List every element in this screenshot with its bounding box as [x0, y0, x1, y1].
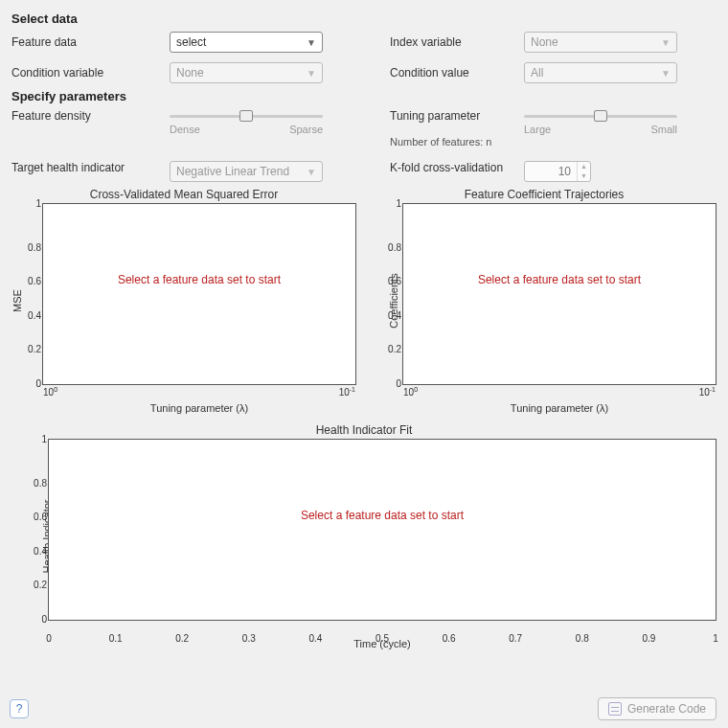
slider-feature-density[interactable] [170, 109, 323, 123]
y-ticks-coef: 00.20.40.60.81 [376, 204, 401, 384]
slider-thumb-icon[interactable] [239, 110, 253, 122]
x-ticks-mse: 100 10-1 [43, 386, 355, 398]
dropdown-condition-variable[interactable]: None ▼ [170, 62, 323, 83]
chart-coef: Feature Coefficient Trajectories Coeffic… [372, 188, 717, 414]
chevron-down-icon: ▼ [307, 68, 316, 79]
dropdown-target-health[interactable]: Negative Linear Trend ▼ [170, 161, 323, 182]
axis-x-label-mse: Tuning parameter (λ) [42, 402, 356, 414]
chevron-down-icon: ▼ [661, 37, 671, 48]
label-feature-data: Feature data [11, 35, 170, 49]
y-ticks-fit: 00.20.40.60.81 [22, 440, 47, 620]
label-feature-density: Feature density [11, 109, 170, 123]
chart-fit: Health Indicator Fit Health Indicator 00… [11, 423, 717, 649]
chart-mse: Cross-Validated Mean Squared Error MSE 0… [11, 188, 356, 414]
placeholder-coef: Select a feature data set to start [478, 273, 641, 286]
slider-tuning-parameter[interactable] [524, 109, 677, 123]
chevron-down-icon: ▼ [307, 37, 316, 48]
slider-label-dense: Dense [170, 124, 200, 135]
label-index-variable: Index variable [390, 35, 524, 49]
placeholder-fit: Select a feature data set to start [301, 509, 464, 522]
axis-x-label-coef: Tuning parameter (λ) [402, 402, 717, 414]
slider-label-small: Small [650, 124, 677, 135]
dropdown-feature-data-value: select [176, 35, 206, 49]
help-icon: ? [16, 702, 23, 716]
chevron-down-icon[interactable]: ▼ [578, 171, 590, 181]
label-num-features: Number of features: n [390, 136, 524, 148]
label-kfold: K-fold cross-validation [390, 161, 524, 174]
dropdown-condition-value[interactable]: All ▼ [524, 62, 677, 83]
chevron-down-icon: ▼ [307, 167, 316, 177]
x-ticks-coef: 100 10-1 [403, 386, 716, 398]
chart-coef-title: Feature Coefficient Trajectories [372, 188, 717, 201]
label-condition-value: Condition value [390, 66, 524, 80]
label-condition-variable: Condition variable [11, 66, 170, 80]
dropdown-condition-value-value: All [531, 66, 543, 80]
help-button[interactable]: ? [10, 699, 29, 718]
spinner-kfold[interactable]: 10 ▲ ▼ [524, 161, 591, 182]
chart-fit-title: Health Indicator Fit [11, 423, 717, 437]
dropdown-condition-variable-value: None [176, 66, 204, 80]
y-ticks-mse: 00.20.40.60.81 [16, 204, 41, 384]
chevron-down-icon: ▼ [661, 68, 671, 79]
dropdown-index-variable-value: None [531, 35, 558, 49]
generate-code-button[interactable]: Generate Code [598, 697, 717, 720]
label-target-health: Target health indicator [11, 161, 170, 174]
dropdown-index-variable[interactable]: None ▼ [524, 32, 677, 53]
section-header-select-data: Select data [11, 11, 717, 26]
chart-mse-title: Cross-Validated Mean Squared Error [11, 188, 356, 201]
chevron-up-icon[interactable]: ▲ [578, 162, 590, 171]
slider-thumb-icon[interactable] [594, 110, 607, 122]
code-icon [608, 702, 622, 716]
dropdown-feature-data[interactable]: select ▼ [170, 32, 323, 53]
dropdown-target-health-value: Negative Linear Trend [176, 165, 289, 178]
section-header-specify-params: Specify parameters [11, 89, 717, 103]
slider-label-large: Large [524, 124, 551, 135]
label-tuning-parameter: Tuning parameter [390, 109, 524, 123]
spinner-kfold-value: 10 [525, 165, 577, 178]
slider-label-sparse: Sparse [289, 124, 323, 135]
generate-code-label: Generate Code [627, 702, 706, 716]
placeholder-mse: Select a feature data set to start [118, 273, 281, 286]
